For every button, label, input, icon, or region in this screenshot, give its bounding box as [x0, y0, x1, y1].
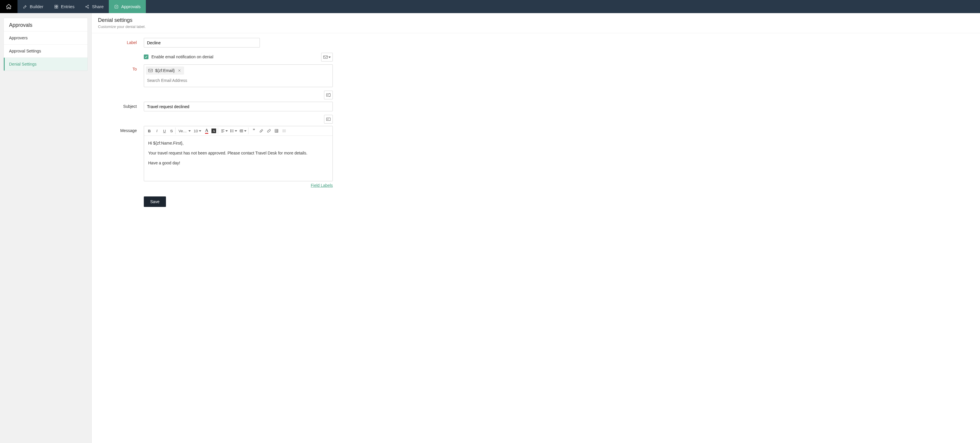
nav-tab-label: Approvals — [121, 4, 141, 9]
background-color-button[interactable]: A — [211, 127, 218, 134]
svg-rect-3 — [56, 7, 58, 8]
chevron-down-icon — [244, 130, 247, 132]
list-icon — [230, 129, 234, 133]
text-color-button[interactable]: A — [203, 127, 210, 134]
hr-icon — [282, 129, 286, 133]
align-button[interactable] — [220, 127, 229, 134]
top-nav: Builder Entries Share Approvals — [0, 0, 980, 13]
sidebar-item-label: Denial Settings — [9, 62, 37, 67]
sidebar-item-denial-settings[interactable]: Denial Settings — [4, 58, 88, 70]
font-size-select[interactable]: 10 — [192, 127, 202, 134]
svg-rect-2 — [54, 7, 56, 8]
nav-tab-share[interactable]: Share — [80, 0, 109, 13]
nav-tab-label: Builder — [30, 4, 43, 9]
table-icon — [274, 129, 278, 133]
home-button[interactable] — [0, 0, 18, 13]
table-button[interactable] — [273, 127, 280, 134]
italic-button[interactable]: I — [153, 127, 161, 134]
to-search-input[interactable] — [146, 76, 331, 85]
svg-rect-10 — [326, 118, 330, 121]
svg-rect-9 — [326, 94, 330, 96]
label-input[interactable] — [144, 38, 260, 48]
chevron-down-icon — [328, 57, 331, 58]
share-icon — [85, 4, 89, 9]
nav-tab-entries[interactable]: Entries — [49, 0, 80, 13]
bold-button[interactable]: B — [146, 127, 153, 134]
approvals-icon — [114, 4, 119, 9]
indent-button[interactable] — [239, 127, 248, 134]
to-field[interactable]: ${zf:Email} — [144, 64, 333, 87]
row-enable-email: Enable email notification on denial — [98, 49, 974, 63]
envelope-icon — [148, 68, 153, 73]
nav-tab-label: Entries — [61, 4, 75, 9]
blockquote-button[interactable]: ” — [250, 127, 257, 134]
list-button[interactable] — [229, 127, 238, 134]
field-label-to: To — [98, 64, 144, 71]
page-subtitle: Customize your denial label. — [98, 24, 974, 29]
row-subject: Subject — [98, 102, 974, 111]
email-template-picker[interactable] — [321, 53, 333, 62]
svg-rect-0 — [54, 5, 56, 6]
message-line: Your travel request has not been approve… — [148, 150, 328, 157]
row-to: To ${zf:Email} — [98, 64, 974, 87]
svg-rect-1 — [56, 5, 58, 6]
message-line: Have a good day! — [148, 160, 328, 167]
chevron-down-icon — [235, 130, 237, 132]
enable-email-checkbox[interactable] — [144, 54, 148, 59]
svg-point-13 — [231, 132, 231, 132]
chip-remove-button[interactable] — [177, 69, 182, 72]
subject-input[interactable] — [144, 102, 333, 111]
chevron-down-icon — [226, 130, 228, 132]
editor-toolbar: B I U S Verdana 10 — [144, 126, 332, 136]
sidebar: Approvals Approvers Approval Settings De… — [0, 13, 92, 443]
enable-email-label: Enable email notification on denial — [151, 54, 213, 59]
font-size-value: 10 — [194, 129, 198, 133]
message-editor: B I U S Verdana 10 — [144, 126, 333, 181]
link-button[interactable] — [266, 127, 272, 134]
nav-tab-builder[interactable]: Builder — [18, 0, 49, 13]
field-label-message: Message — [98, 126, 144, 133]
insert-field-icon — [326, 117, 331, 121]
builder-icon — [23, 4, 27, 9]
hr-button[interactable] — [281, 127, 288, 134]
svg-rect-7 — [323, 56, 327, 58]
denial-settings-form: Label Enable email notification on denia… — [92, 33, 980, 217]
chevron-down-icon — [199, 130, 201, 132]
svg-point-12 — [231, 130, 231, 131]
row-label: Label — [98, 38, 974, 48]
page-header: Denial settings Customize your denial la… — [92, 13, 980, 33]
svg-rect-8 — [148, 69, 152, 72]
field-labels-link[interactable]: Field Labels — [311, 183, 333, 188]
nav-tab-label: Share — [92, 4, 103, 9]
sidebar-item-label: Approval Settings — [9, 49, 41, 53]
nav-tab-approvals[interactable]: Approvals — [109, 0, 146, 13]
page-title: Denial settings — [98, 17, 974, 23]
insert-field-message-button[interactable] — [324, 115, 333, 124]
email-chip: ${zf:Email} — [146, 67, 184, 75]
envelope-icon — [323, 55, 328, 59]
entries-icon — [54, 4, 59, 9]
row-message: Message B I U S Verdana — [98, 126, 974, 207]
save-button[interactable]: Save — [144, 197, 166, 207]
eraser-icon — [259, 129, 263, 133]
clear-format-button[interactable] — [258, 127, 265, 134]
email-chip-text: ${zf:Email} — [155, 68, 175, 73]
insert-field-subject-button[interactable] — [324, 91, 333, 99]
field-label-label: Label — [98, 38, 144, 45]
home-icon — [6, 3, 12, 10]
field-label-subject: Subject — [98, 102, 144, 109]
main-panel: Denial settings Customize your denial la… — [92, 13, 980, 443]
quote-icon: ” — [253, 128, 255, 133]
message-body[interactable]: Hi ${zf:Name.First}, Your travel request… — [144, 136, 332, 181]
sidebar-item-approvers[interactable]: Approvers — [4, 32, 88, 44]
underline-button[interactable]: U — [161, 127, 168, 134]
strikethrough-button[interactable]: S — [169, 127, 176, 134]
link-icon — [267, 129, 271, 133]
align-left-icon — [221, 129, 225, 133]
font-family-value: Verdana — [178, 129, 187, 133]
row-subject-insert — [98, 88, 974, 100]
sidebar-item-approval-settings[interactable]: Approval Settings — [4, 44, 88, 58]
font-family-select[interactable]: Verdana — [177, 127, 192, 134]
insert-field-icon — [326, 93, 331, 97]
sidebar-item-label: Approvers — [9, 36, 28, 40]
